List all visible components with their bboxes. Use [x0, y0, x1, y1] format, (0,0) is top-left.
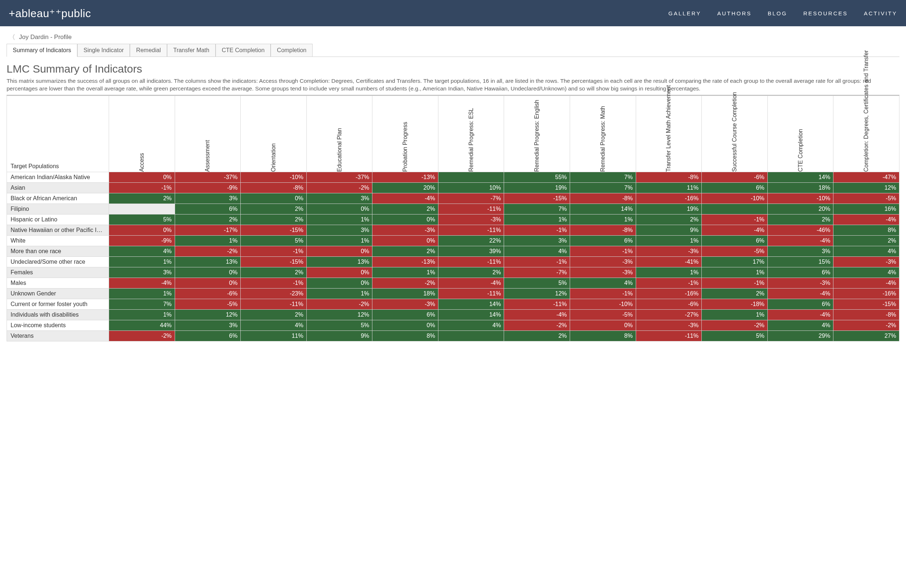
matrix-cell[interactable]	[438, 330, 504, 341]
row-header[interactable]: Females	[7, 267, 109, 277]
matrix-cell[interactable]: 6%	[702, 235, 768, 246]
matrix-cell[interactable]: 9%	[636, 225, 702, 235]
matrix-cell[interactable]: -11%	[504, 299, 570, 309]
matrix-cell[interactable]: -1%	[636, 277, 702, 288]
matrix-cell[interactable]: -10%	[570, 299, 636, 309]
matrix-cell[interactable]: -11%	[438, 257, 504, 267]
matrix-cell[interactable]: 12%	[504, 288, 570, 299]
matrix-cell[interactable]: -4%	[767, 288, 833, 299]
matrix-cell[interactable]	[702, 204, 768, 214]
tab-completion[interactable]: Completion	[271, 44, 313, 57]
matrix-cell[interactable]: -37%	[306, 172, 372, 182]
matrix-cell[interactable]: -3%	[372, 299, 439, 309]
matrix-cell[interactable]: 6%	[570, 235, 636, 246]
matrix-cell[interactable]: -4%	[504, 309, 570, 320]
row-header[interactable]: Individuals with disabilities	[7, 309, 109, 320]
matrix-cell[interactable]: 2%	[636, 214, 702, 225]
matrix-cell[interactable]: 19%	[504, 182, 570, 193]
column-header[interactable]: Educational Plan	[306, 96, 372, 172]
matrix-cell[interactable]: 0%	[372, 214, 439, 225]
matrix-cell[interactable]: 0%	[570, 320, 636, 330]
matrix-cell[interactable]: 14%	[438, 309, 504, 320]
matrix-cell[interactable]: 2%	[372, 246, 439, 257]
matrix-cell[interactable]: -5%	[570, 309, 636, 320]
matrix-cell[interactable]: 11%	[241, 330, 307, 341]
matrix-cell[interactable]: -3%	[636, 320, 702, 330]
matrix-cell[interactable]: 1%	[306, 214, 372, 225]
matrix-cell[interactable]: -15%	[504, 193, 570, 204]
matrix-cell[interactable]: -47%	[833, 172, 900, 182]
matrix-cell[interactable]: 8%	[570, 330, 636, 341]
matrix-cell[interactable]: -9%	[109, 235, 175, 246]
matrix-cell[interactable]: -1%	[570, 288, 636, 299]
column-header[interactable]: Remedial Progress: Math	[570, 96, 636, 172]
matrix-cell[interactable]: -4%	[767, 309, 833, 320]
matrix-cell[interactable]: 3%	[109, 267, 175, 277]
matrix-cell[interactable]: 10%	[438, 182, 504, 193]
column-header[interactable]: CTE Completion	[767, 96, 833, 172]
matrix-cell[interactable]: 9%	[306, 330, 372, 341]
column-header[interactable]: Remedial Progress: ESL	[438, 96, 504, 172]
matrix-cell[interactable]: -2%	[175, 246, 241, 257]
matrix-cell[interactable]: -8%	[570, 193, 636, 204]
column-header[interactable]: Completion: Degrees, Certificates and Tr…	[833, 96, 900, 172]
matrix-cell[interactable]: -8%	[241, 182, 307, 193]
matrix-cell[interactable]: 0%	[241, 193, 307, 204]
matrix-cell[interactable]: 7%	[570, 182, 636, 193]
row-header[interactable]: Current or former foster youth	[7, 299, 109, 309]
matrix-cell[interactable]: -4%	[833, 214, 900, 225]
matrix-cell[interactable]: -2%	[306, 182, 372, 193]
matrix-cell[interactable]: 27%	[833, 330, 900, 341]
matrix-cell[interactable]: 11%	[636, 182, 702, 193]
tab-remedial[interactable]: Remedial	[130, 44, 167, 57]
matrix-cell[interactable]: -4%	[438, 277, 504, 288]
row-header[interactable]: Native Hawaiian or other Pacific Isla..	[7, 225, 109, 235]
matrix-cell[interactable]	[109, 204, 175, 214]
matrix-cell[interactable]: -6%	[702, 172, 768, 182]
matrix-cell[interactable]: -11%	[438, 225, 504, 235]
matrix-cell[interactable]: 4%	[109, 246, 175, 257]
matrix-cell[interactable]	[438, 172, 504, 182]
row-header[interactable]: Black or African American	[7, 193, 109, 204]
matrix-cell[interactable]: -11%	[636, 330, 702, 341]
matrix-cell[interactable]: 7%	[570, 172, 636, 182]
matrix-cell[interactable]: -5%	[833, 193, 900, 204]
matrix-cell[interactable]: -2%	[372, 277, 439, 288]
matrix-cell[interactable]: -2%	[702, 320, 768, 330]
matrix-cell[interactable]: 0%	[372, 235, 439, 246]
nav-gallery[interactable]: GALLERY	[668, 10, 701, 16]
matrix-cell[interactable]: 2%	[833, 235, 900, 246]
matrix-cell[interactable]: 6%	[767, 299, 833, 309]
matrix-cell[interactable]: 3%	[306, 225, 372, 235]
matrix-cell[interactable]: -6%	[636, 299, 702, 309]
nav-blog[interactable]: BLOG	[768, 10, 788, 16]
matrix-cell[interactable]: 6%	[702, 182, 768, 193]
matrix-cell[interactable]: 4%	[504, 246, 570, 257]
matrix-cell[interactable]: 44%	[109, 320, 175, 330]
matrix-cell[interactable]: -17%	[175, 225, 241, 235]
matrix-cell[interactable]: -3%	[570, 257, 636, 267]
matrix-cell[interactable]: 12%	[175, 309, 241, 320]
matrix-cell[interactable]: -3%	[372, 225, 439, 235]
matrix-cell[interactable]: 2%	[175, 214, 241, 225]
matrix-cell[interactable]: 3%	[175, 193, 241, 204]
row-header[interactable]: Hispanic or Latino	[7, 214, 109, 225]
matrix-cell[interactable]: 5%	[504, 277, 570, 288]
matrix-cell[interactable]: 5%	[241, 235, 307, 246]
tab-summary-of-indicators[interactable]: Summary of Indicators	[6, 44, 77, 57]
matrix-cell[interactable]: 0%	[306, 204, 372, 214]
matrix-cell[interactable]: 18%	[767, 182, 833, 193]
matrix-cell[interactable]: -8%	[570, 225, 636, 235]
matrix-cell[interactable]: -18%	[702, 299, 768, 309]
matrix-cell[interactable]: 7%	[504, 204, 570, 214]
matrix-cell[interactable]: -41%	[636, 257, 702, 267]
nav-activity[interactable]: ACTIVITY	[864, 10, 897, 16]
matrix-cell[interactable]: 14%	[767, 172, 833, 182]
matrix-cell[interactable]: -1%	[241, 246, 307, 257]
matrix-cell[interactable]: 19%	[636, 204, 702, 214]
matrix-cell[interactable]: -2%	[109, 330, 175, 341]
matrix-cell[interactable]: 1%	[504, 214, 570, 225]
matrix-cell[interactable]: -7%	[504, 267, 570, 277]
matrix-cell[interactable]: 16%	[833, 204, 900, 214]
matrix-cell[interactable]: 12%	[306, 309, 372, 320]
